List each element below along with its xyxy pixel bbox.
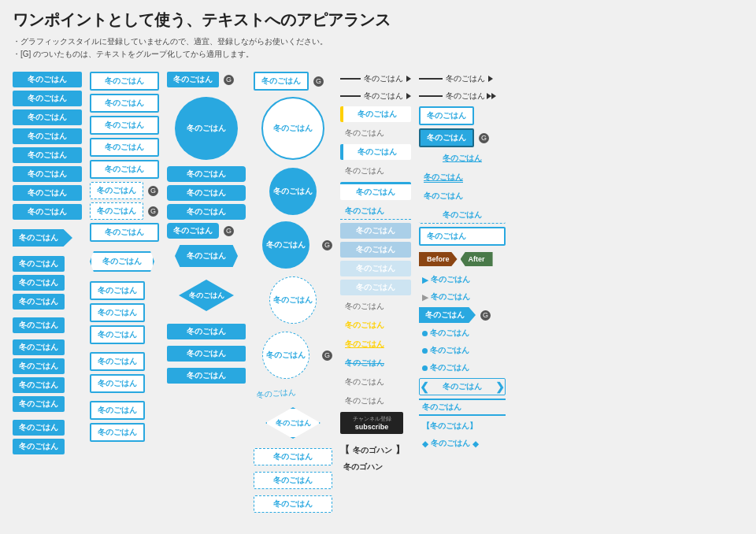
col1: 冬のごはん 冬のごはん 冬のごはん 冬のごはん 冬のごはん 冬のごはん 冬のごは… <box>13 72 82 454</box>
badge-c1-12: 冬のごはん <box>13 317 65 333</box>
text-plain-2: 冬のごはん <box>340 163 411 179</box>
badge-double-border: 冬のごはん <box>419 128 474 147</box>
text-gohan: 冬のゴハン <box>340 460 411 474</box>
bullet-2: 冬のごはん <box>419 343 506 358</box>
badge-c1-14: 冬のごはん <box>13 358 65 374</box>
arrow-filled-row: 冬のごはん G <box>419 307 506 323</box>
badge-c6-plain: 冬のごはん <box>419 188 506 204</box>
badge-c1-9: 冬のごはん <box>13 256 65 272</box>
badge-leftbar-yellow: 冬のごはん <box>340 106 411 122</box>
badge-c2-13: 冬のごはん <box>90 374 145 393</box>
g-mark-c4-circ: G <box>322 240 332 250</box>
diag-text: 冬のごはん <box>253 380 333 405</box>
after-tag: After <box>461 252 493 266</box>
badge-c3-6: 冬のごはん <box>167 324 246 339</box>
badge-c3-8: 冬のごはん <box>167 368 246 384</box>
badge-dashed-under: 冬のごはん <box>340 203 411 220</box>
chevron-bracket: ❮ 冬のごはん ❯ <box>419 378 506 395</box>
badge-strike: 冬のごはん <box>340 355 411 371</box>
badge-topbar: 冬のごはん <box>340 182 411 200</box>
badge-c1-3: 冬のごはん <box>13 109 82 125</box>
badge-c2-2: 冬のごはん <box>90 94 159 113</box>
badge-c3-5: 冬のごはん <box>167 223 219 239</box>
col3: 冬のごはん G 冬のごはん 冬のごはん 冬のごはん 冬のごはん 冬のごはん G … <box>167 72 246 384</box>
badge-c2-7-row: 冬のごはん G <box>90 202 159 220</box>
badge-c1-4: 冬のごはん <box>13 128 82 144</box>
badge-box-border: 冬のごはん <box>419 106 474 125</box>
badge-c2-6: 冬のごはん <box>90 182 143 199</box>
badge-yellow1: 冬のごはん <box>340 317 411 333</box>
badge-c1-13: 冬のごはん <box>13 339 65 355</box>
badge-c4-dashed2: 冬のごはん <box>254 472 332 489</box>
badge-shade1: 冬のごはん <box>340 223 411 239</box>
g-mark-c3-5: G <box>224 226 234 236</box>
g-mark-c6-arrow: G <box>480 310 491 321</box>
badge-c1-1: 冬のごはん <box>13 72 82 87</box>
badge-c2-1: 冬のごはん <box>90 72 159 91</box>
col4: 冬のごはん G 冬のごはん 冬のごはん 冬のごはん G 冬のごはん 冬のごはん … <box>254 72 332 513</box>
circle-big-white: 冬のごはん <box>261 97 324 160</box>
badge-c2-14: 冬のごはん <box>90 401 145 420</box>
corner-bracket: 冬のごはん <box>419 399 506 416</box>
badge-leftbar-blue: 冬のごはん <box>340 144 411 160</box>
before-after: Before After <box>419 252 506 266</box>
badge-shade-light1: 冬のごはん <box>340 261 411 276</box>
bullet-3: 冬のごはん <box>419 361 506 375</box>
before-tag: Before <box>419 252 458 266</box>
circle-med-blue: 冬のごはん <box>269 168 317 215</box>
badge-c3-2: 冬のごはん <box>167 166 246 182</box>
badge-c1-2: 冬のごはん <box>13 91 82 106</box>
badge-c1-10: 冬のごはん <box>13 275 65 291</box>
circle-dashed: 冬のごはん <box>269 276 317 324</box>
badge-c2-12: 冬のごはん <box>90 352 145 371</box>
badge-c2-15: 冬のごはん <box>90 423 145 442</box>
subscribe-label: チャンネル登録 <box>346 415 397 423</box>
badge-hex-blue: 冬のごはん <box>175 245 238 267</box>
g-mark-c2-6: G <box>148 186 158 196</box>
diamond-blue: 冬のごはん <box>179 280 234 311</box>
badge-c3-1: 冬のごはん <box>167 72 219 87</box>
badge-c3-7: 冬のごはん <box>167 346 246 362</box>
badge-c4-1: 冬のごはん <box>254 72 309 91</box>
badge-dashed-under-c6: 冬のごはん <box>419 207 506 224</box>
circle-med-blue2: 冬のごはん <box>262 221 309 269</box>
diamond-bullet: ◆ 冬のごはん ◆ <box>419 436 506 451</box>
badge-underline-double: 冬のごはん <box>419 169 506 185</box>
subscribe-btn: subscribe <box>355 423 389 431</box>
badge-c1-6: 冬のごはん <box>13 166 82 182</box>
arrow-line-1: 冬のごはん <box>340 72 411 86</box>
text-plain-4: 冬のごはん <box>340 374 411 390</box>
badge-c3-4: 冬のごはん <box>167 204 246 220</box>
badge-c3-3: 冬のごはん <box>167 185 246 201</box>
arrow-text-1: 冬のごはん <box>419 72 506 86</box>
badge-c2-7: 冬のごはん <box>90 202 143 220</box>
badge-c2-8: 冬のごはん <box>90 223 159 242</box>
badge-c2-4: 冬のごはん <box>90 138 159 157</box>
badge-c4-dashed1: 冬のごはん <box>254 448 332 465</box>
badge-c1-16: 冬のごはん <box>13 396 65 412</box>
badge-c1-arrow: 冬のごはん <box>13 229 72 247</box>
badge-bold-box: 冬のごはん <box>419 227 506 246</box>
circle-dashed2: 冬のごはん <box>262 332 309 379</box>
badge-c2-10: 冬のごはん <box>90 303 145 322</box>
page: ワンポイントとして使う、テキストへのアピアランス ・グラフィックスタイルに登録し… <box>0 0 756 534</box>
badge-c2-11: 冬のごはん <box>90 325 145 344</box>
text-plain-5: 冬のごはん <box>340 393 411 409</box>
jp-bracket: 【冬のごはん】 <box>419 419 506 433</box>
badge-c1-15: 冬のごはん <box>13 377 65 393</box>
badge-shade2: 冬のごはん <box>340 242 411 258</box>
badge-c4-dashed3: 冬のごはん <box>254 495 332 513</box>
g-mark-c2-7: G <box>148 206 158 217</box>
circle-big-blue: 冬のごはん <box>175 97 238 160</box>
badge-c2-9: 冬のごはん <box>90 281 145 300</box>
diamond-wrap: 冬のごはん <box>175 280 238 314</box>
col2: 冬のごはん 冬のごはん 冬のごはん 冬のごはん 冬のごはん 冬のごはん G 冬の… <box>90 72 159 442</box>
badge-c1-18: 冬のごはん <box>13 439 65 454</box>
g-mark-c3-1: G <box>224 75 234 85</box>
arrow-right-2: ▶ 冬のごはん <box>419 290 506 304</box>
g-mark-c4-d: G <box>322 350 332 361</box>
text-plain-3: 冬のごはん <box>340 299 411 314</box>
badge-c1-8: 冬のごはん <box>13 204 82 220</box>
page-title: ワンポイントとして使う、テキストへのアピアランス <box>13 9 743 31</box>
diamond-white: 冬のごはん <box>265 407 321 439</box>
